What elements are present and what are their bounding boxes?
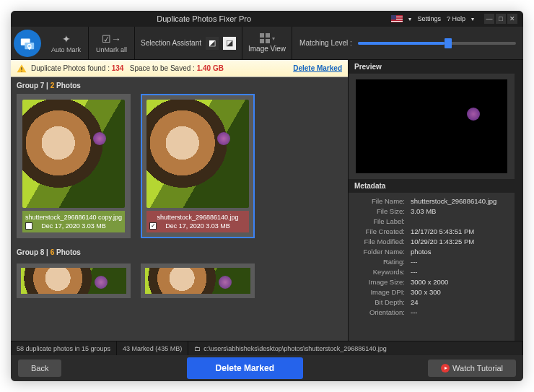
thumbnail-image xyxy=(146,100,249,208)
unmark-all-button[interactable]: ☑→ UnMark all xyxy=(89,27,135,59)
preview-area xyxy=(349,74,515,179)
matching-slider[interactable] xyxy=(358,42,516,45)
folder-icon: 🗀 xyxy=(194,345,201,352)
invert-selection-button[interactable]: ◩ xyxy=(206,37,219,50)
titlebar: Duplicate Photos Fixer Pro ▾ Settings ? … xyxy=(11,11,523,27)
wand-icon: ✦ xyxy=(62,33,71,45)
groups-area: Group 7 | 2 Photos shutterstock_29688614… xyxy=(11,77,348,341)
status-marked: 43 Marked (435 MB) xyxy=(117,341,188,355)
status-path: 🗀c:\users\abhisheks\desktop\photos\shutt… xyxy=(188,341,523,355)
photo-card[interactable] xyxy=(141,263,255,298)
close-button[interactable]: ✕ xyxy=(507,14,517,24)
matching-level: Matching Level : xyxy=(292,27,523,59)
svg-rect-4 xyxy=(21,70,22,71)
metadata-row: Orientation:--- xyxy=(354,307,509,317)
uncheck-icon: ☑→ xyxy=(102,33,121,45)
warning-icon xyxy=(17,64,27,74)
selection-assistant: Selection Assistant ◩ ◪ xyxy=(135,27,242,59)
thumbnail-image xyxy=(22,100,125,208)
app-title: Duplicate Photos Fixer Pro xyxy=(17,14,391,23)
image-view-toggle[interactable]: ▾ Image View xyxy=(242,27,292,59)
maximize-button[interactable]: □ xyxy=(496,14,506,24)
status-count: 58 duplicate photos in 15 groups xyxy=(11,341,117,355)
caption-keep: shutterstock_296886140 copy.jpg Dec 17, … xyxy=(22,211,125,232)
found-count: 134 xyxy=(112,64,124,72)
group-7-header: Group 7 | 2 Photos xyxy=(17,77,348,94)
watch-tutorial-button[interactable]: Watch Tutorial xyxy=(428,360,516,377)
photo-card-selected[interactable]: ✓ shutterstock_296886140.jpg Dec 17, 202… xyxy=(141,94,255,238)
toolbar: ✦ Auto Mark ☑→ UnMark all Selection Assi… xyxy=(11,27,523,60)
play-icon xyxy=(441,364,450,373)
status-bar: 58 duplicate photos in 15 groups 43 Mark… xyxy=(11,341,523,355)
metadata-row: Keywords:--- xyxy=(354,266,509,276)
preview-image xyxy=(356,79,507,173)
flag-icon[interactable] xyxy=(391,15,403,22)
metadata-row: Image Size:3000 x 2000 xyxy=(354,276,509,287)
metadata-row: File Modified:10/29/20 1:43:25 PM xyxy=(354,236,509,246)
svg-rect-3 xyxy=(21,67,22,70)
back-button[interactable]: Back xyxy=(18,360,61,377)
photo-card[interactable] xyxy=(17,263,131,298)
app-window: Duplicate Photos Fixer Pro ▾ Settings ? … xyxy=(11,11,523,381)
metadata-row: Folder Name:photos xyxy=(354,246,509,256)
space-saved: 1.40 GB xyxy=(197,64,224,72)
main-panel: Duplicate Photos found : 134 Space to be… xyxy=(11,60,349,341)
help-link[interactable]: ? Help xyxy=(447,15,465,22)
metadata-row: File Size:3.03 MB xyxy=(354,206,509,216)
minimize-button[interactable]: — xyxy=(484,14,494,24)
metadata-row: File Created:12/17/20 5:43:51 PM xyxy=(354,226,509,236)
metadata-row: Bit Depth:24 xyxy=(354,297,509,307)
group-8-header: Group 8 | 6 Photos xyxy=(17,244,348,261)
preview-header: Preview xyxy=(349,60,515,74)
settings-link[interactable]: Settings xyxy=(417,15,441,22)
checkbox[interactable] xyxy=(25,222,32,230)
selection-tool-button[interactable]: ◪ xyxy=(223,37,236,50)
delete-marked-link[interactable]: Delete Marked xyxy=(293,64,342,72)
app-logo-icon xyxy=(14,30,41,57)
caption-marked: ✓ shutterstock_296886140.jpg Dec 17, 202… xyxy=(146,211,249,232)
metadata-row: Image DPI:300 x 300 xyxy=(354,287,509,297)
metadata-table: File Name:shutterstock_296886140.jpgFile… xyxy=(349,193,515,341)
side-panel: Preview Metadata File Name:shutterstock_… xyxy=(349,60,515,341)
delete-marked-button[interactable]: Delete Marked xyxy=(187,357,303,379)
scrollbar[interactable] xyxy=(515,60,523,341)
info-bar: Duplicate Photos found : 134 Space to be… xyxy=(11,60,348,77)
metadata-row: File Name:shutterstock_296886140.jpg xyxy=(354,196,509,206)
footer: Back Delete Marked Watch Tutorial xyxy=(11,355,523,381)
photo-card[interactable]: shutterstock_296886140 copy.jpg Dec 17, … xyxy=(17,94,131,238)
metadata-row: Rating:--- xyxy=(354,256,509,266)
checkbox-checked[interactable]: ✓ xyxy=(149,222,157,230)
metadata-header: Metadata xyxy=(349,179,515,193)
metadata-row: File Label: xyxy=(354,216,509,226)
titlebar-right: ▾ Settings ? Help▾ — □ ✕ xyxy=(391,14,517,24)
automark-button[interactable]: ✦ Auto Mark xyxy=(44,27,89,59)
